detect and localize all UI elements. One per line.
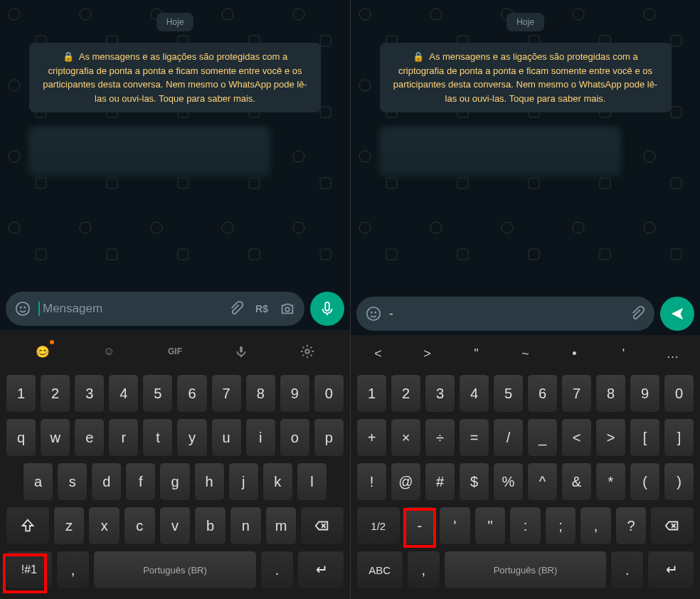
message-input-field[interactable] [356,297,654,331]
key-j[interactable]: j [228,462,259,501]
gif-keyboard-icon[interactable]: GIF [164,340,186,363]
key-7[interactable]: 7 [561,374,592,413]
emoji-keyboard-icon[interactable]: 😊 [31,340,54,363]
key-5[interactable]: 5 [493,374,524,413]
message-text-input[interactable] [389,307,622,321]
key-gt[interactable]: > [595,418,626,457]
key-r[interactable]: r [108,418,139,457]
key-plus[interactable]: + [356,418,387,457]
key-comma[interactable]: , [580,507,612,545]
settings-keyboard-icon[interactable] [296,340,319,363]
key-percent[interactable]: % [493,462,524,501]
key-dollar[interactable]: $ [459,462,489,501]
key-underscore[interactable]: _ [527,418,558,457]
backspace-key[interactable] [650,507,694,545]
key-4[interactable]: 4 [108,374,139,413]
key-k[interactable]: k [262,462,293,501]
attachment-icon[interactable] [627,304,647,324]
key-equals[interactable]: = [459,418,489,457]
key-t[interactable]: t [142,418,173,457]
camera-icon[interactable] [277,299,297,319]
key-divide[interactable]: ÷ [425,418,455,457]
key-question[interactable]: ? [615,507,647,545]
key-o[interactable]: o [280,418,310,457]
key-l[interactable]: l [297,462,327,501]
key-lparen[interactable]: ( [630,462,660,501]
key-1[interactable]: 1 [6,374,36,413]
backspace-key[interactable] [300,507,344,545]
suggestion[interactable]: < [354,346,403,361]
abc-mode-key[interactable]: ABC [356,551,403,589]
key-lbracket[interactable]: [ [630,418,660,457]
key-2[interactable]: 2 [40,374,70,413]
key-semicolon[interactable]: ; [545,507,577,545]
message-input-field[interactable]: R$ [6,292,304,326]
send-button[interactable] [660,297,694,331]
key-rparen[interactable]: ) [664,462,694,501]
key-i[interactable]: i [245,418,276,457]
key-0[interactable]: 0 [664,374,694,413]
key-e[interactable]: e [74,418,105,457]
key-9[interactable]: 9 [280,374,310,413]
key-a[interactable]: a [23,462,53,501]
key-x[interactable]: x [88,507,120,545]
message-text-input[interactable] [38,302,221,316]
emoji-icon[interactable] [13,299,33,319]
encryption-notice[interactable]: 🔒 As mensagens e as ligações são protegi… [380,43,672,112]
payment-icon[interactable]: R$ [252,299,272,319]
key-quote[interactable]: " [474,507,507,545]
encryption-notice[interactable]: 🔒 As mensagens e as ligações são protegi… [29,43,321,112]
key-6[interactable]: 6 [527,374,558,413]
key-rbracket[interactable]: ] [664,418,694,457]
key-5[interactable]: 5 [142,374,173,413]
suggestion[interactable]: • [550,346,599,361]
space-key[interactable]: Português (BR) [93,551,257,589]
emoji-icon[interactable] [364,304,383,324]
key-v[interactable]: v [159,507,191,545]
suggestion[interactable]: ~ [501,346,550,361]
key-6[interactable]: 6 [176,374,207,413]
key-9[interactable]: 9 [630,374,660,413]
key-z[interactable]: z [53,507,85,545]
key-c[interactable]: c [124,507,156,545]
space-key[interactable]: Português (BR) [444,551,607,589]
enter-key[interactable] [647,551,694,589]
key-lt[interactable]: < [561,418,592,457]
voice-input-icon[interactable] [230,340,253,363]
key-q[interactable]: q [6,418,36,457]
key-m[interactable]: m [265,507,297,545]
key-p[interactable]: p [314,418,344,457]
comma-key[interactable]: , [407,551,440,589]
suggestion[interactable]: " [452,346,501,361]
key-n[interactable]: n [230,507,262,545]
key-h[interactable]: h [194,462,225,501]
suggestion[interactable]: > [403,346,452,361]
key-g[interactable]: g [159,462,190,501]
key-4[interactable]: 4 [459,374,489,413]
key-hash[interactable]: # [425,462,455,501]
key-times[interactable]: × [391,418,421,457]
voice-message-button[interactable] [310,292,344,326]
key-u[interactable]: u [211,418,242,457]
suggestion[interactable]: … [648,346,697,361]
key-8[interactable]: 8 [595,374,626,413]
comma-key[interactable]: , [56,551,90,589]
key-1[interactable]: 1 [356,374,387,413]
period-key[interactable]: . [260,551,295,589]
key-0[interactable]: 0 [314,374,344,413]
key-b[interactable]: b [194,507,226,545]
key-y[interactable]: y [176,418,207,457]
suggestion[interactable]: ' [599,346,648,361]
key-s[interactable]: s [57,462,88,501]
key-f[interactable]: f [125,462,156,501]
symbol-page-key[interactable]: 1/2 [356,507,401,545]
key-amp[interactable]: & [561,462,592,501]
key-slash[interactable]: / [493,418,524,457]
key-w[interactable]: w [40,418,70,457]
key-colon[interactable]: : [509,507,541,545]
enter-key[interactable] [297,551,344,589]
key-2[interactable]: 2 [391,374,421,413]
key-excl[interactable]: ! [356,462,387,501]
key-star[interactable]: * [595,462,626,501]
key-8[interactable]: 8 [245,374,276,413]
